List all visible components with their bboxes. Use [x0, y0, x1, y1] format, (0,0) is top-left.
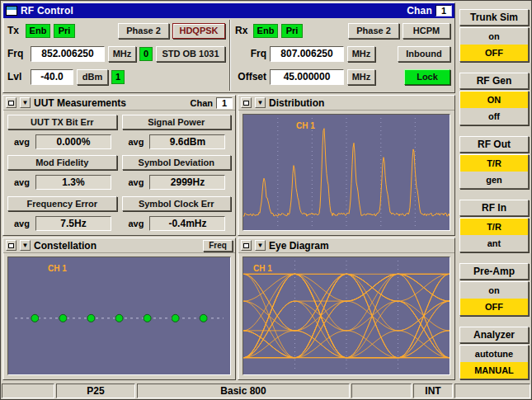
tx-frequency-input[interactable]: 852.006250 — [31, 46, 105, 62]
mod-fidelity-button[interactable]: Mod Fidelity — [7, 155, 117, 170]
pre-amp-button[interactable]: Pre-Amp — [459, 263, 529, 280]
dropdown-icon[interactable]: ▼ — [20, 97, 31, 108]
channel-label: CH 1 — [253, 264, 272, 273]
rx-modulation-button[interactable]: HCPM — [403, 23, 450, 39]
uut-measurements-window: ▼ UUT Measurements Chan 1 UUT TX Bit Err… — [2, 95, 236, 236]
analyzer-manual-option[interactable]: MANUAL — [460, 362, 528, 379]
rf-gen-on-option[interactable]: ON — [460, 92, 528, 108]
distribution-plot: CH 1 — [242, 114, 450, 231]
status-blank-cell — [351, 384, 412, 398]
rx-phase-button[interactable]: Phase 2 — [348, 23, 399, 39]
sidebar-group-analyzer: Analyzer autotune MANUAL — [459, 327, 529, 379]
symbol-clock-err-button[interactable]: Symbol Clock Err — [122, 196, 232, 211]
measurement-cell: Signal Power avg 9.6dBm — [122, 115, 232, 149]
restore-icon[interactable] — [6, 240, 16, 251]
dropdown-icon[interactable]: ▼ — [255, 240, 266, 251]
status-system[interactable]: Basic 800 — [137, 384, 350, 398]
analyzer-autotune-option[interactable]: autotune — [460, 346, 528, 362]
pre-amp-toggle[interactable]: on OFF — [459, 281, 529, 316]
measurement-cell: Frequency Error avg 7.5Hz — [7, 196, 117, 231]
trunk-sim-button[interactable]: Trunk Sim — [459, 9, 529, 26]
rx-offset-unit-button[interactable]: MHz — [347, 69, 375, 85]
analyzer-button[interactable]: Analyzer — [459, 327, 529, 343]
measurement-cell: Mod Fidelity avg 1.3% — [7, 155, 117, 190]
sidebar-group-pre-amp: Pre-Amp on OFF — [459, 263, 529, 316]
dropdown-icon[interactable]: ▼ — [255, 97, 266, 108]
uut-chan-value[interactable]: 1 — [216, 97, 233, 109]
restore-icon[interactable] — [241, 97, 252, 108]
frequency-error-button[interactable]: Frequency Error — [7, 196, 117, 211]
rf-gen-off-option[interactable]: off — [460, 108, 528, 125]
tx-frequency-label: Frq — [7, 48, 27, 59]
pre-amp-off-option[interactable]: OFF — [460, 299, 528, 315]
status-source[interactable]: INT — [413, 384, 453, 398]
rx-offset-input[interactable]: 45.000000 — [270, 69, 344, 85]
rx-label: Rx — [235, 25, 250, 36]
tx-standard-button[interactable]: STD OB 1031 — [156, 46, 225, 62]
rf-out-toggle[interactable]: T/R gen — [459, 154, 529, 189]
sidebar-group-trunk-sim: Trunk Sim on OFF — [459, 9, 529, 62]
rx-frequency-input[interactable]: 807.006250 — [270, 46, 344, 62]
distribution-titlebar: ▼ Distribution — [238, 96, 454, 111]
freq-button[interactable]: Freq — [203, 240, 233, 252]
rx-frequency-unit-button[interactable]: MHz — [347, 46, 375, 62]
rf-gen-toggle[interactable]: ON off — [459, 91, 529, 125]
rf-out-tr-option[interactable]: T/R — [460, 155, 528, 172]
rx-offset-label: Offset — [235, 71, 266, 82]
rf-gen-button[interactable]: RF Gen — [459, 73, 529, 89]
sidebar-group-rf-out: RF Out T/R gen — [459, 136, 529, 189]
rx-enable-indicator[interactable]: Enb — [253, 24, 278, 38]
frequency-error-value: 7.5Hz — [35, 216, 111, 231]
constellation-title: Constellation — [34, 240, 97, 252]
instrument-screen: RF Control Chan 1 Tx Enb Pri Phase 2 HDQ… — [0, 0, 532, 400]
eye-diagram-plot: CH 1 — [242, 256, 450, 375]
rf-in-ant-option[interactable]: ant — [460, 235, 528, 252]
tx-frequency-flag[interactable]: 0 — [139, 47, 153, 61]
distribution-window: ▼ Distribution CH 1 — [238, 95, 455, 236]
rf-control-window: RF Control Chan 1 Tx Enb Pri Phase 2 HDQ… — [2, 2, 455, 93]
mod-fidelity-value: 1.3% — [35, 175, 111, 190]
avg-label: avg — [129, 137, 144, 147]
uut-tx-bit-err-button[interactable]: UUT TX Bit Err — [7, 115, 117, 129]
tx-level-input[interactable]: -40.0 — [31, 69, 73, 85]
uut-title: UUT Measurements — [34, 97, 126, 109]
rf-control-title: RF Control — [21, 5, 73, 16]
lock-button[interactable]: Lock — [404, 69, 450, 85]
tx-priority-indicator[interactable]: Pri — [54, 24, 75, 38]
rf-out-button[interactable]: RF Out — [459, 136, 529, 153]
status-mode[interactable]: P25 — [56, 384, 135, 398]
rx-direction-button[interactable]: Inbound — [398, 46, 450, 62]
restore-icon[interactable] — [6, 97, 16, 108]
signal-power-button[interactable]: Signal Power — [122, 115, 232, 129]
sidebar-group-rf-in: RF In T/R ant — [459, 200, 529, 252]
trunk-sim-off-option[interactable]: OFF — [460, 45, 528, 61]
tx-level-flag[interactable]: 1 — [111, 70, 125, 84]
app-window-icon[interactable] — [6, 6, 17, 16]
tx-phase-button[interactable]: Phase 2 — [118, 23, 169, 39]
tx-enable-indicator[interactable]: Enb — [26, 24, 50, 38]
pre-amp-on-option[interactable]: on — [460, 282, 528, 299]
rx-priority-indicator[interactable]: Pri — [281, 24, 303, 38]
symbol-deviation-button[interactable]: Symbol Deviation — [122, 155, 232, 170]
rf-out-gen-option[interactable]: gen — [460, 172, 528, 188]
trunk-sim-toggle[interactable]: on OFF — [459, 27, 529, 62]
measurement-cell: Symbol Clock Err avg -0.4mHz — [122, 196, 232, 231]
avg-label: avg — [14, 137, 30, 147]
analyzer-toggle[interactable]: autotune MANUAL — [459, 345, 529, 379]
tx-modulation-button[interactable]: HDQPSK — [172, 23, 225, 39]
dropdown-icon[interactable]: ▼ — [20, 240, 31, 251]
trunk-sim-on-option[interactable]: on — [460, 28, 528, 45]
uut-chan-label: Chan — [191, 98, 214, 108]
tx-level-unit-button[interactable]: dBm — [77, 69, 108, 85]
channel-label: CH 1 — [48, 264, 67, 273]
rf-in-button[interactable]: RF In — [459, 200, 529, 216]
constellation-plot: CH 1 — [7, 256, 231, 375]
tx-frequency-unit-button[interactable]: MHz — [108, 46, 136, 62]
restore-icon[interactable] — [241, 240, 252, 251]
avg-label: avg — [14, 219, 30, 228]
distribution-title: Distribution — [269, 97, 324, 109]
chan-label: Chan — [407, 5, 432, 16]
rf-in-toggle[interactable]: T/R ant — [459, 218, 529, 252]
chan-value[interactable]: 1 — [435, 5, 452, 16]
rf-in-tr-option[interactable]: T/R — [460, 219, 528, 235]
